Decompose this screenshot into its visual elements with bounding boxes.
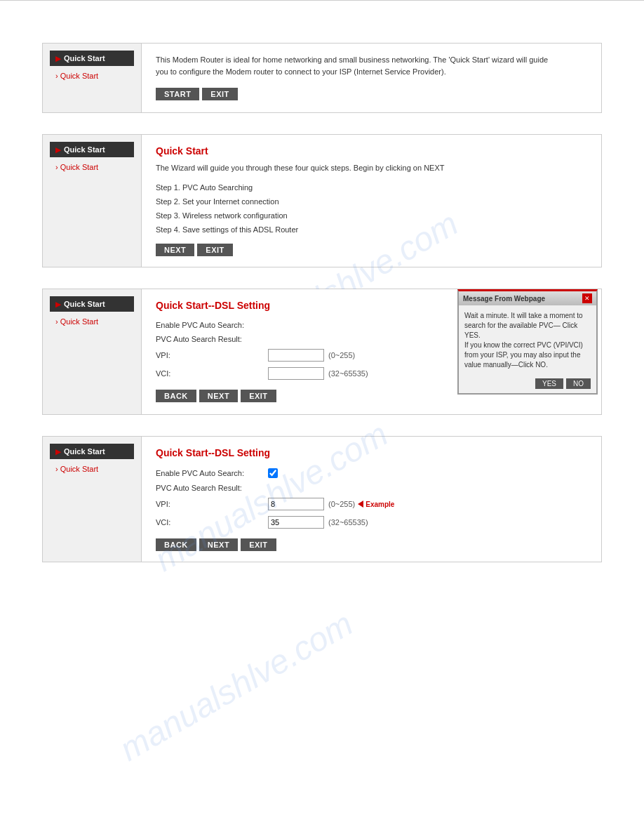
vci-range-4: (32~65535)	[328, 518, 368, 527]
form-row-vci-4: VCI: (32~65535)	[156, 513, 587, 531]
panel3-sidebar: ▶ Quick Start Quick Start	[43, 289, 141, 414]
panel2-btn-row: NEXT EXIT	[156, 244, 587, 256]
label-pvc-result: PVC Auto Search Result:	[156, 335, 268, 343]
panel4-sidebar-link[interactable]: Quick Start	[50, 463, 134, 475]
label-enable-pvc-4: Enable PVC Auto Search:	[156, 469, 268, 477]
sidebar-arrow-icon-2: ▶	[55, 146, 61, 154]
dialog-yes-button[interactable]: YES	[535, 378, 563, 389]
sidebar-arrow-icon-4: ▶	[55, 448, 61, 456]
sidebar-arrow-icon: ▶	[55, 55, 61, 62]
dialog-titlebar: Message From Webpage ✕	[459, 291, 596, 305]
vpi-input-4[interactable]	[268, 498, 324, 510]
back-button-1[interactable]: BACK	[156, 390, 196, 402]
panel1-sidebar-header: ▶ Quick Start	[50, 51, 134, 66]
panel3-body: Quick Start--DSL Setting Enable PVC Auto…	[141, 289, 601, 414]
sidebar-arrow-icon-3: ▶	[55, 300, 61, 308]
panel4-btn-row: BACK NEXT EXIT	[156, 538, 587, 551]
panel1-desc: This Modem Router is ideal for home netw…	[156, 54, 587, 77]
exit-button-2[interactable]: EXIT	[197, 244, 232, 256]
panel2-sidebar: ▶ Quick Start Quick Start	[43, 135, 141, 267]
panel-dsl-setting-example: ▶ Quick Start Quick Start Quick Start--D…	[42, 436, 602, 562]
arrow-left-icon	[358, 501, 363, 508]
panel4-sidebar-header: ▶ Quick Start	[50, 444, 134, 459]
panel2-body: Quick Start The Wizard will guide you th…	[141, 135, 601, 267]
step-4: Step 4. Save settings of this ADSL Route…	[156, 223, 587, 237]
panel1-sidebar-title: Quick Start	[64, 54, 105, 62]
label-vpi-4: VPI:	[156, 500, 268, 508]
example-arrow: Example	[358, 501, 394, 508]
panel2-title: Quick Start	[156, 145, 587, 157]
top-divider	[0, 0, 644, 1]
back-button-2[interactable]: BACK	[156, 538, 196, 551]
label-vci: VCI:	[156, 369, 268, 378]
panel1-sidebar-link[interactable]: Quick Start	[50, 70, 134, 81]
message-dialog: Message From Webpage ✕ Wait a minute. It…	[457, 289, 598, 395]
exit-button-3[interactable]: EXIT	[241, 390, 276, 402]
dialog-close-button[interactable]: ✕	[582, 293, 592, 303]
dialog-btn-row: YES NO	[459, 376, 596, 393]
dialog-text: Wait a minute. It will take a moment to …	[464, 312, 583, 369]
form-row-vpi-4: VPI: (0~255) Example	[156, 495, 587, 513]
vpi-range: (0~255)	[328, 351, 355, 359]
panel3-sidebar-title: Quick Start	[64, 300, 105, 308]
vpi-range-4: (0~255)	[328, 500, 355, 508]
steps-list: Step 1. PVC Auto Searching Step 2. Set y…	[156, 180, 587, 237]
form-row-pvc-result-4: PVC Auto Search Result:	[156, 481, 587, 495]
panel4-sidebar: ▶ Quick Start Quick Start	[43, 437, 141, 562]
exit-button-1[interactable]: EXIT	[202, 88, 237, 100]
form-row-enable-pvc-4: Enable PVC Auto Search:	[156, 465, 587, 481]
vci-range: (32~65535)	[328, 369, 368, 378]
dialog-title: Message From Webpage	[463, 295, 545, 303]
panel-dsl-setting-dialog: ▶ Quick Start Quick Start Quick Start--D…	[42, 289, 602, 415]
panel-quick-start-wizard: ▶ Quick Start Quick Start Quick Start Th…	[42, 134, 602, 267]
step-2: Step 2. Set your Internet connection	[156, 194, 587, 208]
vci-input[interactable]	[268, 367, 324, 380]
dialog-no-button[interactable]: NO	[566, 378, 591, 389]
vci-input-4[interactable]	[268, 516, 324, 529]
step-1: Step 1. PVC Auto Searching	[156, 180, 587, 194]
start-button[interactable]: START	[156, 88, 199, 100]
dialog-body: Wait a minute. It will take a moment to …	[459, 305, 596, 376]
panel2-sidebar-link[interactable]: Quick Start	[50, 161, 134, 173]
exit-button-4[interactable]: EXIT	[241, 538, 276, 551]
panel3-sidebar-link[interactable]: Quick Start	[50, 316, 134, 327]
panel4-body: Quick Start--DSL Setting Enable PVC Auto…	[141, 437, 601, 562]
panel-quick-start-intro: ▶ Quick Start Quick Start This Modem Rou…	[42, 43, 602, 113]
label-vpi: VPI:	[156, 351, 268, 359]
wizard-intro: The Wizard will guide you through these …	[156, 164, 587, 172]
panel1-sidebar: ▶ Quick Start Quick Start	[43, 44, 141, 112]
vpi-input[interactable]	[268, 349, 324, 362]
label-vci-4: VCI:	[156, 518, 268, 527]
panel2-sidebar-title: Quick Start	[64, 145, 105, 154]
panel4-sidebar-title: Quick Start	[64, 447, 105, 456]
next-button-2[interactable]: NEXT	[199, 390, 238, 402]
panel1-btn-row: START EXIT	[156, 88, 587, 100]
step-3: Step 3. Wireless network configuration	[156, 208, 587, 223]
label-pvc-result-4: PVC Auto Search Result:	[156, 484, 268, 492]
watermark-3: manualshlve.com	[113, 604, 359, 768]
panel1-body: This Modem Router is ideal for home netw…	[141, 44, 601, 112]
next-button-1[interactable]: NEXT	[156, 244, 194, 256]
enable-pvc-checkbox[interactable]	[268, 468, 278, 478]
label-enable-pvc: Enable PVC Auto Search:	[156, 321, 268, 329]
panel3-sidebar-header: ▶ Quick Start	[50, 296, 134, 312]
panel4-title: Quick Start--DSL Setting	[156, 447, 587, 458]
next-button-3[interactable]: NEXT	[199, 538, 238, 551]
panel2-sidebar-header: ▶ Quick Start	[50, 142, 134, 157]
